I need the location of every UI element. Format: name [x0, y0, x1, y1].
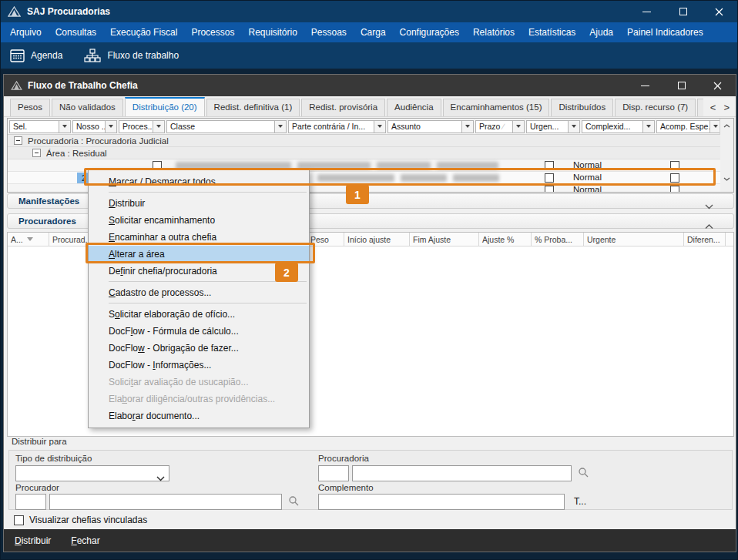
menubar-item[interactable]: Ajuda — [582, 22, 620, 42]
context-menu-item[interactable]: DocFlow - Informações... — [89, 357, 309, 374]
filter-dropdown-button[interactable] — [461, 121, 473, 132]
filter-dropdown-button[interactable] — [105, 121, 116, 132]
tab[interactable]: Redist. provisória — [301, 99, 385, 116]
menubar-item[interactable]: Painel Indicadores — [620, 22, 710, 42]
maximize-icon — [679, 8, 687, 15]
inner-minimize-button[interactable] — [627, 75, 663, 96]
column-header[interactable]: Ajuste % — [479, 233, 532, 246]
column-header[interactable]: Urgente — [584, 233, 684, 246]
context-menu-item[interactable]: Solicitar avaliação de usucapião... — [89, 374, 309, 391]
toolbar-agenda-button[interactable]: Agenda — [10, 49, 62, 62]
workflow-icon — [84, 49, 101, 62]
tab[interactable]: Distribuição (20) — [125, 97, 205, 116]
filter-dropdown-button[interactable] — [153, 121, 164, 132]
context-menu-item[interactable]: DocFlow - Obrigação de fazer... — [89, 340, 309, 357]
filter-dropdown-button[interactable] — [374, 121, 385, 132]
collapse-icon[interactable] — [32, 149, 41, 157]
footer-button[interactable]: Distribuir — [15, 535, 51, 546]
filter-dropdown-button[interactable] — [512, 121, 524, 132]
urgencia-checkbox[interactable] — [545, 173, 554, 183]
context-menu-item[interactable]: Elaborar documento... — [89, 407, 309, 424]
menubar-item[interactable]: Pessoas — [304, 22, 354, 42]
context-menu-item[interactable]: Elaborar diligência/outras providências.… — [89, 391, 309, 407]
redacted-text — [437, 162, 498, 169]
acomp-checkbox[interactable] — [670, 186, 679, 193]
chevron-up-icon — [723, 124, 730, 128]
context-menu-item[interactable]: Marcar / Desmarcar todos — [89, 173, 309, 190]
context-menu-item[interactable]: Solicitar encaminhamento — [89, 212, 309, 229]
texto-button[interactable]: T... — [574, 496, 586, 507]
tree-group-area[interactable]: Área : Residual — [8, 147, 720, 159]
menubar-item[interactable]: Consultas — [49, 22, 103, 42]
menubar-item[interactable]: Estatísticas — [522, 22, 582, 42]
tab[interactable]: Redist. definitiva (1) — [206, 99, 300, 116]
maximize-icon — [678, 82, 686, 89]
menubar-item[interactable]: Carga — [354, 22, 393, 42]
caret-down-icon — [278, 125, 283, 128]
search-icon[interactable] — [578, 467, 589, 481]
toolbar-fluxo-button[interactable]: Fluxo de trabalho — [84, 49, 179, 62]
vertical-scrollbar[interactable] — [720, 119, 733, 192]
context-menu-item[interactable]: Solicitar elaboração de ofício... — [89, 306, 309, 323]
menubar-item[interactable]: Arquivo — [3, 22, 49, 42]
urgencia-checkbox[interactable] — [545, 186, 554, 193]
filter-dropdown-button[interactable] — [642, 121, 654, 132]
column-header[interactable]: Início ajuste — [344, 233, 410, 246]
tab[interactable]: Ofícios — [697, 99, 703, 116]
procurador-code-input[interactable] — [15, 494, 46, 510]
tab[interactable]: Encaminhamentos (15) — [443, 99, 550, 116]
menubar-item[interactable]: Requisitório — [241, 22, 304, 42]
context-menu-item[interactable]: DocFlow - Fórmula de cálculo... — [89, 323, 309, 340]
scroll-down-button[interactable] — [720, 173, 733, 184]
complemento-input[interactable] — [318, 494, 565, 510]
redacted-text — [176, 162, 291, 169]
menubar-item[interactable]: Execução Fiscal — [103, 22, 184, 42]
context-menu-item[interactable]: Distribuir — [89, 195, 309, 212]
acomp-checkbox[interactable] — [670, 173, 679, 183]
tipo-distribuicao-label: Tipo de distribuição — [15, 454, 92, 463]
procuradoria-name-input[interactable] — [352, 465, 572, 481]
tab[interactable]: Pesos — [10, 99, 50, 116]
procurador-name-input[interactable] — [49, 494, 282, 510]
visualizar-chefias-checkbox[interactable]: Visualizar chefias vinculadas — [14, 515, 147, 525]
footer-button[interactable]: Fechar — [71, 535, 99, 546]
footer-bar: DistribuirFechar — [4, 529, 736, 552]
filter-dropdown-button[interactable] — [568, 121, 579, 132]
column-header[interactable]: Diferen... — [684, 233, 726, 246]
column-header[interactable]: A... — [8, 233, 49, 246]
tab[interactable]: Disp. recurso (7) — [615, 99, 696, 116]
tab[interactable]: Não validados — [52, 99, 123, 116]
chevron-down-icon[interactable] — [705, 199, 713, 213]
inner-maximize-button[interactable] — [663, 75, 699, 96]
maximize-button[interactable] — [665, 1, 701, 22]
search-icon[interactable] — [288, 495, 299, 509]
context-menu-item[interactable]: Alterar a área — [89, 246, 309, 263]
filter-dropdown-button[interactable] — [274, 121, 286, 132]
scroll-up-button[interactable] — [720, 120, 733, 131]
minimize-button[interactable] — [629, 1, 665, 22]
menubar-item[interactable]: Relatórios — [466, 22, 522, 42]
tipo-distribuicao-select[interactable] — [15, 465, 169, 481]
menubar-item[interactable]: Processos — [184, 22, 241, 42]
tab-scroll-right-button[interactable]: > — [723, 102, 730, 112]
menubar-item[interactable]: Configurações — [393, 22, 466, 42]
filter-dropdown-button[interactable] — [59, 121, 70, 132]
tab-scroll-left-button[interactable]: < — [710, 102, 716, 112]
inner-titlebar: Fluxo de Trabalho Chefia — [4, 75, 736, 96]
context-menu-item[interactable]: Encaminhar a outra chefia — [89, 229, 309, 246]
context-menu-item[interactable]: Cadastro de processos... — [89, 284, 309, 301]
acomp-checkbox[interactable] — [670, 161, 679, 170]
chevron-up-icon[interactable] — [705, 219, 713, 233]
column-header[interactable]: % Proba... — [532, 233, 584, 246]
urgencia-checkbox[interactable] — [545, 161, 554, 170]
procuradoria-code-input[interactable] — [318, 465, 349, 481]
column-header[interactable]: Peso — [307, 233, 344, 246]
checkbox-icon[interactable] — [14, 515, 24, 525]
tab[interactable]: Distribuídos — [551, 99, 613, 116]
tree-group-procuradoria[interactable]: Procuradoria : Procuradoria Judicial — [8, 135, 720, 147]
column-header[interactable]: Fim Ajuste — [410, 233, 479, 246]
tab[interactable]: Audiência — [387, 99, 441, 116]
inner-close-button[interactable] — [699, 75, 736, 96]
close-button[interactable] — [701, 1, 737, 22]
collapse-icon[interactable] — [14, 136, 22, 145]
